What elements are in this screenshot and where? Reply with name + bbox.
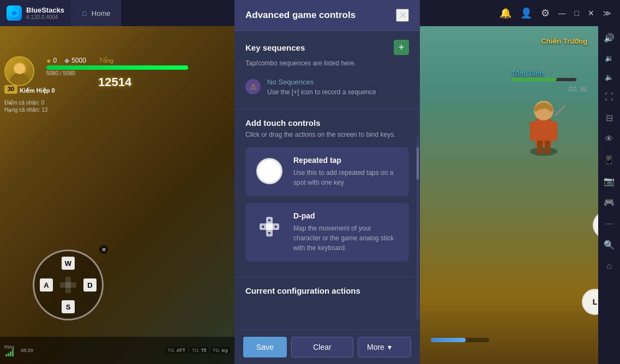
svg-point-7 (530, 147, 557, 156)
close-icon[interactable]: ✕ (588, 9, 594, 17)
sidebar-volume-up-icon[interactable]: 🔊 (601, 31, 617, 45)
location-label: Chiến Trường (541, 37, 587, 45)
coins-area: ● 0 ◆ 5000 Tổng (46, 56, 113, 65)
key-sequences-desc: Tap/combo sequences are listed here. (245, 59, 409, 67)
sidebar-volume-down-icon[interactable]: 🔈 (603, 71, 616, 83)
tap-card-title: Repeated tap (293, 156, 400, 165)
home-tab-label: Home (92, 9, 111, 17)
clear-button[interactable]: Clear (291, 337, 353, 357)
character-name: Kiếm Hiệp 0 (20, 87, 55, 94)
battle-rows: TG ATT TG Tll TG Icy (165, 347, 230, 354)
dpad-card-icon (254, 211, 285, 242)
svg-point-3 (10, 72, 29, 85)
total-label: Tổng (99, 57, 113, 64)
no-sequences-description: Use the [+] icon to record a sequence (267, 88, 376, 96)
coin-amount: 0 (53, 57, 57, 64)
more-label: More (367, 343, 384, 351)
svg-rect-12 (537, 141, 543, 154)
dpad-up-key: W (62, 257, 75, 270)
scrollbar-track[interactable] (417, 136, 419, 320)
skill-btn-l[interactable]: L ✕ (582, 289, 598, 315)
dpad-center (57, 274, 79, 296)
maximize-icon[interactable]: □ (575, 9, 579, 17)
hud-avatar (4, 56, 34, 86)
modal-panel: Advanced game controls ✕ Key sequences +… (234, 0, 420, 364)
svg-line-14 (555, 102, 565, 116)
no-sequences-title: No Sequences (267, 78, 376, 86)
scrollbar-thumb[interactable] (417, 147, 419, 180)
warning-icon: ⚠ (245, 79, 261, 94)
game-right-area: Chiến Trường Tổng Binh (10, 16) (420, 26, 598, 364)
stat-line-1: Điểm cá nhân: 0 (4, 100, 44, 106)
no-sequences-text: No Sequences Use the [+] icon to record … (267, 78, 376, 96)
sidebar-more-icon[interactable]: ⋯ (603, 216, 616, 231)
ping-label: Ping (4, 344, 14, 350)
touch-controls-desc: Click or drag the actions on the screen … (245, 131, 409, 138)
key-sequences-header: Key sequences + (245, 40, 409, 55)
dpad-card-title: D-pad (293, 211, 400, 220)
scene-coords: (10, 16) (569, 86, 587, 92)
modal-body[interactable]: Key sequences + Tap/combo sequences are … (234, 31, 420, 330)
sidebar-fullscreen-icon[interactable]: ⛶ (603, 90, 616, 104)
current-config-title: Current configuration actions (245, 286, 409, 295)
home-tab[interactable]: ⌂ Home (71, 0, 121, 26)
health-bar-fill (46, 65, 188, 70)
tap-circle-icon (256, 158, 282, 184)
sidebar-phone-icon[interactable]: 📱 (601, 153, 617, 167)
time-display: 08:29 (21, 348, 33, 353)
scene-bg (420, 26, 598, 364)
key-sequences-title: Key sequences (245, 43, 305, 52)
character-level: 30 (4, 85, 17, 94)
notification-icon[interactable]: 🔔 (499, 7, 511, 19)
more-button[interactable]: More ▾ (358, 337, 411, 357)
svg-rect-11 (551, 122, 557, 141)
sidebar-gamepad-icon[interactable]: 🎮 (601, 195, 617, 210)
enemy-health-area (511, 78, 576, 81)
top-right-controls: 🔔 👤 ⚙ — □ ✕ ≫ (499, 7, 620, 19)
enemy-character (522, 92, 565, 159)
signal-bars: Ping (4, 344, 14, 356)
minimize-icon[interactable]: — (558, 9, 566, 17)
battle-row-1: TG ATT (165, 347, 188, 354)
save-button[interactable]: Save (243, 337, 287, 357)
sidebar-keyboard-icon[interactable]: ⊟ (604, 111, 615, 125)
account-icon[interactable]: 👤 (520, 7, 532, 19)
tap-card-content: Repeated tap Use this to add repeated ta… (293, 156, 400, 187)
sidebar-home-icon[interactable]: ⌂ (604, 259, 614, 273)
current-config-section: Current configuration actions (234, 277, 420, 300)
svg-rect-13 (545, 141, 550, 154)
dpad-control[interactable]: ✕ W S A D (33, 250, 104, 320)
game-scene: Chiến Trường Tổng Binh (10, 16) (420, 26, 598, 364)
modal-title: Advanced game controls (245, 10, 356, 21)
diamond-amount: 5000 (71, 57, 86, 64)
settings-icon[interactable]: ⚙ (541, 7, 550, 19)
modal-close-button[interactable]: ✕ (396, 9, 409, 22)
more-chevron: ▾ (388, 343, 392, 351)
dpad-card[interactable]: D-pad Map the movement of your character… (245, 203, 409, 262)
bluestacks-logo: BlueStacks 4.120.0.4004 (0, 0, 71, 26)
dpad-close-icon[interactable]: ✕ (99, 245, 108, 254)
touch-controls-section: Add touch controls Click or drag the act… (234, 110, 420, 277)
health-bar-bg (46, 65, 188, 70)
bottom-hud: Ping 08:29 TG ATT TG Tll TG Icy (0, 337, 234, 364)
dpad-shape-icon (256, 214, 282, 240)
sidebar-eye-icon[interactable]: 👁 (603, 132, 616, 146)
repeated-tap-card[interactable]: Repeated tap Use this to add repeated ta… (245, 147, 409, 196)
attack-value: 12514 (98, 75, 131, 89)
svg-point-4 (14, 63, 25, 74)
dpad-right-key: D (83, 278, 97, 292)
sidebar-search-icon[interactable]: 🔍 (601, 238, 617, 252)
add-sequence-button[interactable]: + (394, 40, 409, 55)
app-name: BlueStacks (26, 6, 64, 14)
bluestacks-icon (7, 5, 22, 21)
skill-btn-m[interactable]: M ✕ (593, 211, 598, 239)
health-bar-area: 5080 / 5080 (46, 65, 188, 76)
app-version: 4.120.0.4004 (26, 14, 64, 20)
right-sidebar: 🔊 🔉 🔈 ⛶ ⊟ 👁 📱 📷 🎮 ⋯ 🔍 ⌂ (598, 26, 620, 364)
home-icon: ⌂ (82, 8, 87, 18)
enemy-label: Tổng Binh (511, 70, 544, 77)
sidebar-volume-icon[interactable]: 🔉 (603, 52, 616, 64)
dpad-down-key: S (62, 300, 75, 313)
sidebar-camera-icon[interactable]: 📷 (601, 174, 617, 189)
collapse-icon[interactable]: ≫ (603, 9, 611, 17)
